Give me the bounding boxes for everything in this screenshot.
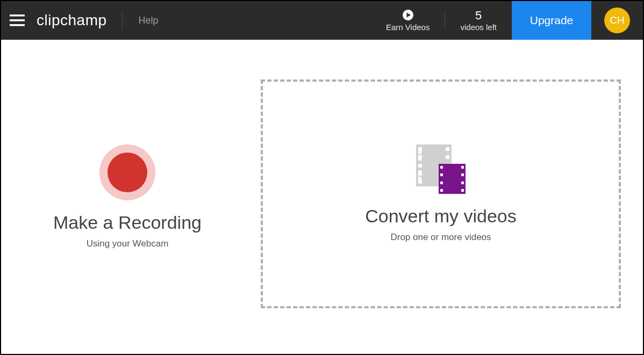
account-menu[interactable]: CH (591, 1, 643, 40)
logo[interactable]: clipchamp (33, 12, 122, 29)
convert-subtitle: Drop one or more videos (390, 232, 491, 243)
play-circle-icon (403, 10, 413, 20)
hamburger-icon (10, 15, 25, 26)
avatar: CH (604, 8, 630, 33)
convert-dropzone[interactable]: Convert my videos Drop one or more video… (261, 79, 621, 308)
help-link[interactable]: Help (123, 15, 175, 26)
videos-left-count: 5 (475, 10, 482, 21)
svg-rect-1 (10, 19, 25, 21)
svg-rect-0 (10, 15, 25, 17)
videos-left-indicator: 5 videos left (445, 1, 512, 40)
convert-title: Convert my videos (365, 206, 517, 227)
convert-panel: Convert my videos Drop one or more video… (254, 40, 643, 354)
record-icon (108, 153, 147, 192)
earn-videos-label: Earn Videos (386, 23, 430, 32)
record-subtitle: Using your Webcam (87, 238, 169, 249)
film-icon (416, 144, 466, 194)
main-content: Make a Recording Using your Webcam Conve… (1, 40, 643, 354)
videos-left-label: videos left (460, 23, 497, 32)
record-button[interactable] (99, 144, 155, 200)
app-header: clipchamp Help Earn Videos 5 videos left… (1, 1, 643, 40)
record-panel[interactable]: Make a Recording Using your Webcam (1, 40, 254, 354)
svg-rect-2 (10, 24, 25, 26)
menu-button[interactable] (1, 1, 33, 40)
upgrade-button[interactable]: Upgrade (512, 1, 591, 40)
earn-videos-button[interactable]: Earn Videos (371, 1, 445, 40)
record-title: Make a Recording (53, 212, 202, 233)
